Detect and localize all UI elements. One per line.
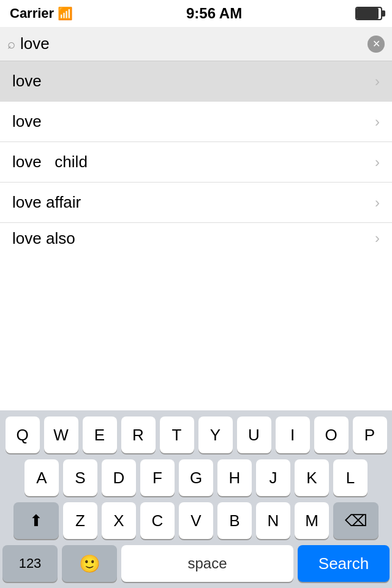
key-s[interactable]: S [63, 459, 97, 496]
time-label: 9:56 AM [186, 5, 242, 22]
search-input[interactable] [20, 34, 363, 53]
key-p[interactable]: P [353, 417, 387, 453]
key-k[interactable]: K [295, 459, 329, 496]
clear-button[interactable] [368, 36, 385, 53]
chevron-icon: › [375, 154, 380, 171]
carrier-label: Carrier [10, 6, 54, 21]
result-text: love affair [12, 193, 81, 212]
result-item-3[interactable]: love affair › [0, 183, 392, 223]
key-q[interactable]: Q [6, 417, 40, 453]
key-r[interactable]: R [121, 417, 156, 453]
keyboard-row-3: ⬆ Z X C V B N M ⌫ [0, 502, 392, 539]
chevron-icon: › [375, 113, 380, 130]
search-icon: ⌕ [7, 36, 15, 52]
key-z[interactable]: Z [63, 502, 97, 539]
result-text: love child [12, 153, 88, 172]
key-u[interactable]: U [237, 417, 271, 453]
space-key[interactable]: space [121, 545, 293, 582]
result-item-4-partial[interactable]: love also › [0, 223, 392, 254]
key-y[interactable]: Y [198, 417, 233, 453]
result-text: love also [12, 229, 75, 248]
chevron-icon: › [375, 230, 380, 247]
keyboard-row-2: A S D F G H J K L [0, 459, 392, 496]
carrier-wifi: Carrier 📶 [10, 6, 73, 21]
chevron-icon: › [375, 194, 380, 211]
key-a[interactable]: A [24, 459, 59, 496]
key-w[interactable]: W [44, 417, 78, 453]
search-bar: ⌕ [0, 27, 392, 61]
key-o[interactable]: O [314, 417, 349, 453]
battery-icon [355, 7, 382, 20]
battery-fill [356, 8, 379, 19]
key-d[interactable]: D [102, 459, 136, 496]
result-item-highlighted[interactable]: love › [0, 61, 392, 102]
results-list: love › love › love child › love affair ›… [0, 61, 392, 254]
key-m[interactable]: M [295, 502, 329, 539]
key-v[interactable]: V [179, 502, 213, 539]
keyboard-bottom-row: 123 🙂 space Search [0, 545, 392, 588]
key-h[interactable]: H [217, 459, 252, 496]
result-item-1[interactable]: love › [0, 102, 392, 142]
key-e[interactable]: E [83, 417, 117, 453]
emoji-key[interactable]: 🙂 [62, 545, 117, 582]
result-text: love [12, 112, 42, 131]
keyboard-row-1: Q W E R T Y U I O P [0, 417, 392, 453]
delete-key[interactable]: ⌫ [333, 502, 379, 539]
key-b[interactable]: B [217, 502, 252, 539]
key-t[interactable]: T [160, 417, 194, 453]
key-f[interactable]: F [140, 459, 175, 496]
key-g[interactable]: G [179, 459, 213, 496]
status-bar: Carrier 📶 9:56 AM [0, 0, 392, 27]
key-i[interactable]: I [276, 417, 310, 453]
chevron-icon: › [375, 73, 380, 90]
result-text: love [12, 72, 42, 91]
key-c[interactable]: C [140, 502, 175, 539]
search-button[interactable]: Search [298, 545, 390, 582]
key-j[interactable]: J [256, 459, 290, 496]
shift-key[interactable]: ⬆ [13, 502, 59, 539]
key-n[interactable]: N [256, 502, 290, 539]
wifi-icon: 📶 [58, 6, 73, 21]
number-key[interactable]: 123 [2, 545, 58, 582]
key-x[interactable]: X [102, 502, 136, 539]
keyboard: Q W E R T Y U I O P A S D F G H J K L ⬆ … [0, 410, 392, 588]
key-l[interactable]: L [333, 459, 368, 496]
result-item-2[interactable]: love child › [0, 142, 392, 183]
